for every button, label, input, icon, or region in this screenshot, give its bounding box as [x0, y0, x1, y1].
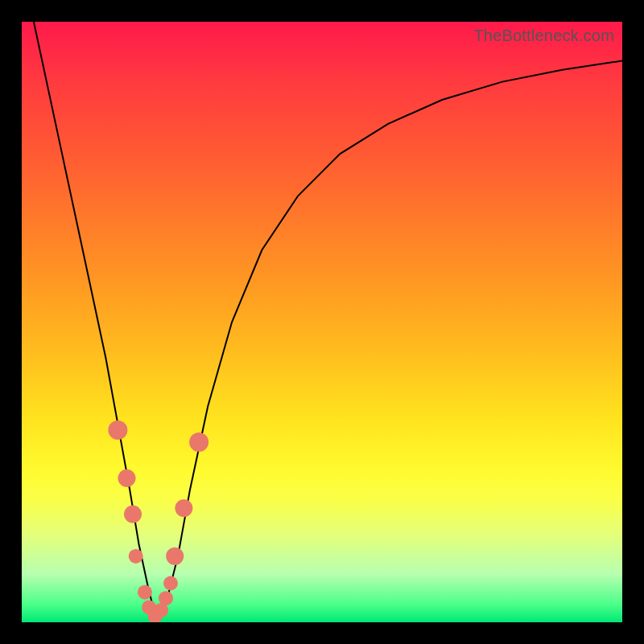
marker-point — [124, 506, 142, 523]
bottleneck-curve — [34, 22, 622, 619]
chart-frame: TheBottleneck.com — [0, 0, 644, 644]
plot-area: TheBottleneck.com — [22, 22, 622, 622]
marker-point — [159, 591, 173, 605]
marker-point — [138, 585, 152, 600]
marker-point — [175, 499, 192, 517]
marker-point — [118, 469, 136, 487]
marker-point — [163, 576, 178, 591]
chart-overlay — [22, 22, 622, 622]
marker-point — [129, 549, 143, 564]
marker-point — [166, 547, 184, 565]
marker-point — [108, 420, 127, 440]
marker-point — [189, 432, 208, 452]
